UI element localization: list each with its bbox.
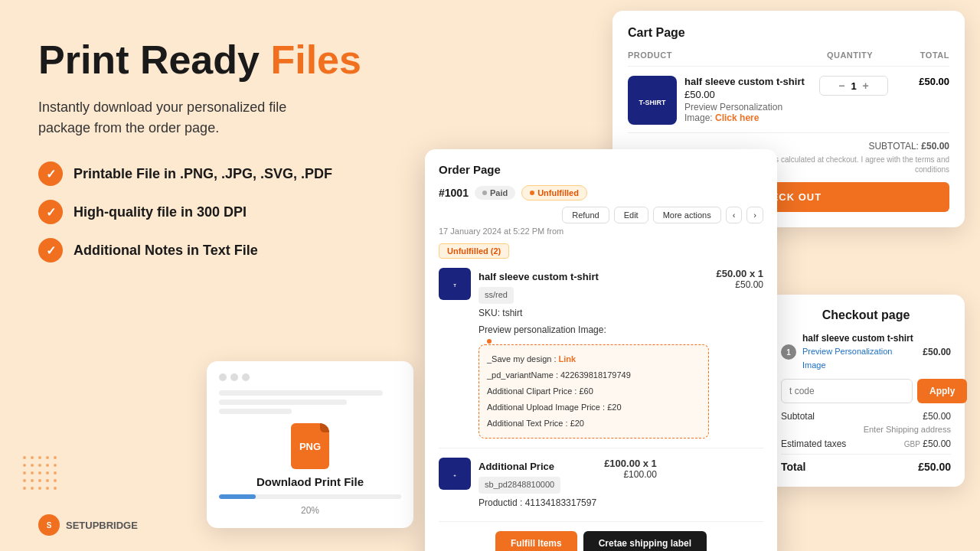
svg-text:T-SHIRT: T-SHIRT bbox=[639, 99, 667, 106]
order-item-2-row: + Additional Price sb_pd2848810000 Produ… bbox=[439, 458, 657, 512]
subtotal-value: £50.00 bbox=[921, 141, 949, 152]
order-item-2-name: Additional Price bbox=[479, 458, 596, 475]
fulfill-items-button[interactable]: Fulfill Items bbox=[495, 531, 577, 551]
feature-text-1: Printable File in .PNG, .JPG, .SVG, .PDF bbox=[74, 166, 332, 182]
mock-lines bbox=[219, 390, 401, 414]
dot-green bbox=[242, 373, 250, 381]
mock-line-2 bbox=[219, 399, 347, 405]
dot-connector bbox=[487, 339, 492, 344]
checkout-item-row: 1 half sleeve custom t-shirt Preview Per… bbox=[781, 333, 951, 371]
order-action-row: Fulfill Items Cretae shipping label bbox=[439, 531, 763, 551]
download-title: Downlaod Print File bbox=[256, 475, 364, 488]
unfulfilled-badge: Unfulfilled bbox=[521, 185, 587, 201]
cart-item-thumbnail: T-SHIRT bbox=[628, 76, 677, 125]
checkout-shipping-note: Enter Shipping address bbox=[781, 425, 951, 434]
clipart-price-row: Additional Clipart Price : £60 bbox=[487, 383, 701, 399]
progress-label: 20% bbox=[301, 505, 319, 516]
subtotal-label: SUBTOTAL: bbox=[868, 141, 919, 152]
nav-next-button[interactable]: › bbox=[746, 207, 763, 223]
cart-header-quantity: QUANTITY bbox=[812, 51, 888, 60]
tax-amount: £50.00 bbox=[923, 439, 951, 449]
qty-plus-btn[interactable]: + bbox=[863, 80, 869, 92]
paid-badge: Paid bbox=[475, 186, 515, 200]
dot-yellow bbox=[230, 373, 238, 381]
order-item-2-thumbnail: + bbox=[439, 458, 471, 490]
order-item-2-variant: sb_pd2848810000 bbox=[479, 477, 560, 494]
window-dots bbox=[219, 373, 401, 381]
order-item-1-variant: ss/red bbox=[479, 287, 514, 304]
coupon-input[interactable] bbox=[781, 379, 913, 403]
save-design-link[interactable]: Link bbox=[559, 354, 577, 364]
checkout-tax-row: Estimated taxes GBP £50.00 bbox=[781, 439, 951, 449]
order-action-buttons: Refund Edit More actions ‹ › bbox=[562, 207, 763, 223]
variant-name-row: _pd_variantName : 422639818179749 bbox=[487, 367, 701, 383]
cart-headers: PRODUCT QUANTITY TOTAL bbox=[628, 51, 949, 67]
mock-line-1 bbox=[219, 390, 383, 396]
tax-currency: GBP bbox=[904, 440, 920, 448]
check-icon-1 bbox=[38, 161, 63, 186]
quantity-control[interactable]: − 1 + bbox=[819, 76, 888, 96]
dot-red bbox=[219, 373, 227, 381]
create-shipping-button[interactable]: Cretae shipping label bbox=[583, 531, 707, 551]
cart-page-title: Cart Page bbox=[628, 26, 949, 40]
mock-line-3 bbox=[219, 409, 292, 414]
order-header-row: #1001 Paid Unfulfilled Refund Edit More … bbox=[439, 185, 763, 223]
order-item-1-price: £50.00 x 1 £50.00 bbox=[717, 268, 763, 290]
checkout-preview-link[interactable]: Preview Personalization Image bbox=[802, 347, 892, 370]
cart-item-info: half sleeve custom t-shirt £50.00 Previe… bbox=[684, 76, 812, 123]
checkout-subtotal-label: Subtotal bbox=[781, 411, 815, 422]
apply-button[interactable]: Apply bbox=[917, 379, 967, 403]
cart-item-name: half sleeve custom t-shirt bbox=[684, 76, 812, 87]
checkout-subtotal-row: Subtotal £50.00 bbox=[781, 411, 951, 422]
logo-area: S SETUPBRIDGE bbox=[38, 514, 138, 536]
feature-item-1: Printable File in .PNG, .JPG, .SVG, .PDF bbox=[38, 161, 406, 186]
preview-label: Preview personalization Image: bbox=[479, 324, 606, 335]
unfulfilled-badge-dot bbox=[530, 191, 534, 195]
qty-minus-btn[interactable]: − bbox=[838, 80, 844, 92]
order-item-2-productid: Productid : 41134183317597 bbox=[479, 495, 596, 512]
order-date: 17 January 2024 at 5:22 PM from bbox=[439, 227, 763, 236]
order-item-1-thumbnail: T bbox=[439, 268, 471, 300]
check-icon-3 bbox=[38, 238, 63, 262]
save-design-label: _Save my design : bbox=[487, 354, 557, 364]
hero-subtitle: Instantly download your personalized fil… bbox=[38, 97, 329, 139]
order-item-2-details: Additional Price sb_pd2848810000 Product… bbox=[479, 458, 596, 512]
feature-text-2: High-quality file in 300 DPI bbox=[74, 204, 247, 220]
edit-button[interactable]: Edit bbox=[614, 207, 648, 223]
file-icon: PNG bbox=[291, 423, 329, 469]
more-actions-button[interactable]: More actions bbox=[653, 207, 721, 223]
order-item-1-preview: Preview personalization Image: bbox=[479, 322, 709, 339]
cart-header-total: TOTAL bbox=[888, 51, 949, 60]
text-price-row: Additional Text Price : £20 bbox=[487, 416, 701, 432]
title-black: Print Ready bbox=[38, 37, 260, 82]
nav-prev-button[interactable]: ‹ bbox=[726, 207, 743, 223]
checkout-tax-label: Estimated taxes bbox=[781, 439, 846, 449]
dot-decoration-bottom-left bbox=[23, 456, 57, 490]
checkout-subtotal-value: £50.00 bbox=[923, 411, 951, 422]
order-page-title: Order Page bbox=[439, 163, 763, 176]
refund-button[interactable]: Refund bbox=[562, 207, 609, 223]
qty-value: 1 bbox=[851, 80, 856, 92]
file-type-label: PNG bbox=[299, 441, 321, 452]
cart-item-total: £50.00 bbox=[896, 76, 949, 87]
checkout-total-label: Total bbox=[781, 461, 805, 473]
progress-fill bbox=[219, 494, 256, 499]
order-page-card: Order Page #1001 Paid Unfulfilled Refund… bbox=[425, 149, 777, 551]
checkout-total-value: £50.00 bbox=[918, 461, 951, 473]
checkout-tax-value: GBP £50.00 bbox=[904, 439, 951, 449]
order-item-2-total: £100.00 bbox=[604, 469, 657, 480]
paid-badge-label: Paid bbox=[490, 188, 508, 197]
paid-badge-dot bbox=[482, 191, 487, 195]
order-id: #1001 bbox=[439, 187, 469, 199]
page-title: Print Ready Files bbox=[38, 38, 406, 82]
svg-text:+: + bbox=[453, 473, 456, 478]
svg-text:T: T bbox=[453, 283, 456, 288]
feature-item-2: High-quality file in 300 DPI bbox=[38, 200, 406, 224]
personalization-details-box: _Save my design : Link _pd_variantName :… bbox=[479, 344, 709, 438]
checkout-item-name: half sleeve custom t-shirt bbox=[802, 333, 916, 344]
cart-item-price: £50.00 bbox=[684, 89, 812, 100]
cart-click-here-link[interactable]: Click here bbox=[715, 112, 759, 123]
unfulfilled-count-badge: Unfulfilled (2) bbox=[439, 243, 509, 259]
order-item-2: + Additional Price sb_pd2848810000 Produ… bbox=[439, 458, 763, 522]
logo-text: SETUPBRIDGE bbox=[66, 520, 138, 531]
